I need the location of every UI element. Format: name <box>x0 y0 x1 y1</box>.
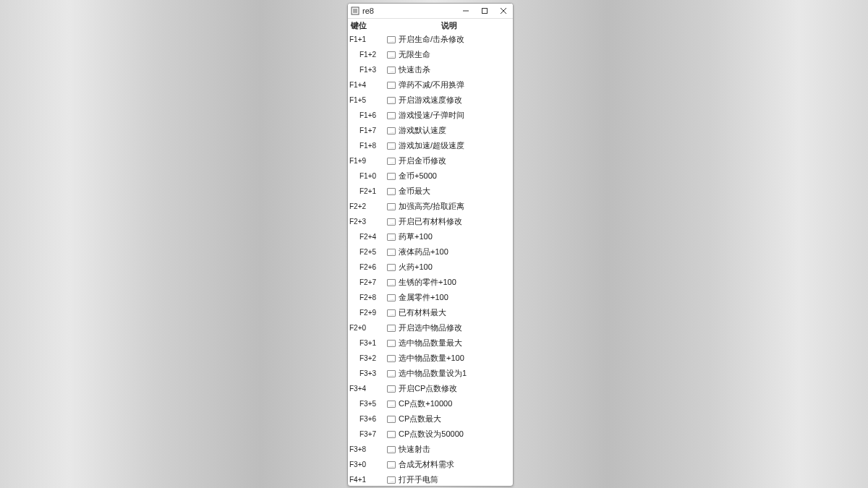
hotkey-desc: 开启金币修改 <box>399 155 446 166</box>
value-box[interactable]: ... <box>387 431 396 438</box>
hotkey-desc: 生锈的零件+100 <box>399 277 456 288</box>
value-box[interactable]: ... <box>387 279 396 286</box>
hotkey-desc: 金属零件+100 <box>399 292 448 303</box>
value-box[interactable]: ... <box>387 67 396 74</box>
hotkey-row: F2+5...液体药品+100 <box>348 244 513 260</box>
value-box[interactable]: ... <box>387 461 396 468</box>
hotkey-key: F3+5 <box>349 400 386 408</box>
hotkey-row: F1+0...金币+5000 <box>348 168 513 184</box>
hotkey-key: F2+5 <box>349 248 386 256</box>
hotkey-row: F3+7...CP点数设为50000 <box>348 427 513 442</box>
hotkey-row: F3+4...开启CP点数修改 <box>348 381 513 396</box>
value-box[interactable]: ... <box>387 158 396 165</box>
hotkey-desc: CP点数最大 <box>399 414 441 424</box>
hotkey-key: F2+1 <box>349 187 386 195</box>
app-window: re8 键位 说明 F1+1...开启生命/击杀修改F1+ <box>347 3 514 487</box>
value-box[interactable]: ... <box>387 127 396 134</box>
hotkey-list: F1+1...开启生命/击杀修改F1+2...无限生命F1+3...快速击杀F1… <box>348 32 513 486</box>
hotkey-key: F1+0 <box>349 172 386 180</box>
hotkey-row: F2+3...开启已有材料修改 <box>348 214 513 229</box>
hotkey-desc: 快速射击 <box>399 444 430 455</box>
hotkey-key: F2+8 <box>349 294 386 301</box>
value-box[interactable]: ... <box>387 264 396 271</box>
header-desc: 说明 <box>387 20 511 31</box>
hotkey-key: F2+0 <box>349 324 386 332</box>
hotkey-row: F3+5...CP点数+10000 <box>348 396 513 411</box>
hotkey-key: F1+7 <box>349 127 386 134</box>
value-box[interactable]: ... <box>387 173 396 180</box>
hotkey-row: F2+9...已有材料最大 <box>348 305 513 320</box>
hotkey-desc: 液体药品+100 <box>399 247 448 257</box>
value-box[interactable]: ... <box>387 36 396 43</box>
hotkey-desc: 选中物品数量设为1 <box>399 368 467 379</box>
hotkey-desc: 开启CP点数修改 <box>399 383 457 394</box>
value-box[interactable]: ... <box>387 385 396 393</box>
hotkey-key: F2+4 <box>349 233 386 241</box>
value-box[interactable]: ... <box>387 309 396 317</box>
hotkey-key: F1+3 <box>349 66 386 74</box>
hotkey-desc: CP点数设为50000 <box>399 429 464 440</box>
hotkey-row: F2+6...火药+100 <box>348 260 513 275</box>
title-bar[interactable]: re8 <box>348 4 513 19</box>
hotkey-row: F1+1...开启生命/击杀修改 <box>348 32 513 47</box>
hotkey-desc: 快速击杀 <box>399 64 430 75</box>
hotkey-key: F1+6 <box>349 111 386 119</box>
hotkey-row: F3+6...CP点数最大 <box>348 411 513 427</box>
value-box[interactable]: ... <box>387 97 396 104</box>
value-box[interactable]: ... <box>387 82 396 89</box>
value-box[interactable]: ... <box>387 370 396 377</box>
hotkey-row: F1+9...开启金币修改 <box>348 153 513 168</box>
hotkey-desc: 选中物品数量+100 <box>399 353 464 364</box>
hotkey-desc: 游戏默认速度 <box>399 125 446 136</box>
hotkey-key: F2+2 <box>349 202 386 210</box>
value-box[interactable]: ... <box>387 416 396 423</box>
hotkey-row: F2+0...开启选中物品修改 <box>348 320 513 335</box>
svg-rect-5 <box>482 9 488 14</box>
hotkey-desc: 开启选中物品修改 <box>399 322 462 333</box>
value-box[interactable]: ... <box>387 476 396 484</box>
hotkey-row: F3+8...快速射击 <box>348 442 513 457</box>
value-box[interactable]: ... <box>387 340 396 347</box>
value-box[interactable]: ... <box>387 142 396 150</box>
hotkey-key: F2+3 <box>349 218 386 226</box>
hotkey-key: F3+3 <box>349 369 386 377</box>
maximize-button[interactable] <box>480 6 490 16</box>
value-box[interactable]: ... <box>387 234 396 241</box>
value-box[interactable]: ... <box>387 249 396 256</box>
hotkey-key: F3+4 <box>349 385 386 393</box>
hotkey-desc: 游戏慢速/子弹时间 <box>399 110 464 121</box>
value-box[interactable]: ... <box>387 446 396 453</box>
minimize-button[interactable] <box>461 6 471 16</box>
hotkey-row: F3+0...合成无材料需求 <box>348 457 513 472</box>
value-box[interactable]: ... <box>387 294 396 301</box>
hotkey-row: F1+6...游戏慢速/子弹时间 <box>348 108 513 123</box>
hotkey-key: F1+8 <box>349 142 386 150</box>
hotkey-desc: 弹药不减/不用换弹 <box>399 80 464 90</box>
hotkey-desc: CP点数+10000 <box>399 398 452 409</box>
value-box[interactable]: ... <box>387 401 396 408</box>
value-box[interactable]: ... <box>387 188 396 195</box>
hotkey-desc: 选中物品数量最大 <box>399 338 462 348</box>
hotkey-desc: 合成无材料需求 <box>399 459 454 470</box>
hotkey-row: F2+8...金属零件+100 <box>348 290 513 305</box>
hotkey-key: F4+1 <box>349 476 386 484</box>
value-box[interactable]: ... <box>387 112 396 119</box>
value-box[interactable]: ... <box>387 325 396 332</box>
hotkey-row: F1+8...游戏加速/超级速度 <box>348 138 513 153</box>
hotkey-desc: 金币最大 <box>399 186 430 197</box>
value-box[interactable]: ... <box>387 203 396 210</box>
hotkey-key: F2+7 <box>349 278 386 286</box>
app-icon <box>351 7 359 15</box>
value-box[interactable]: ... <box>387 355 396 362</box>
header-key: 键位 <box>349 20 387 31</box>
hotkey-key: F1+9 <box>349 157 386 165</box>
value-box[interactable]: ... <box>387 218 396 226</box>
hotkey-desc: 药草+100 <box>399 231 433 242</box>
hotkey-desc: 开启游戏速度修改 <box>399 95 462 106</box>
hotkey-row: F2+4...药草+100 <box>348 229 513 244</box>
hotkey-row: F1+7...游戏默认速度 <box>348 123 513 138</box>
close-button[interactable] <box>498 6 509 16</box>
hotkey-row: F1+5...开启游戏速度修改 <box>348 93 513 108</box>
hotkey-key: F3+1 <box>349 339 386 347</box>
value-box[interactable]: ... <box>387 51 396 59</box>
